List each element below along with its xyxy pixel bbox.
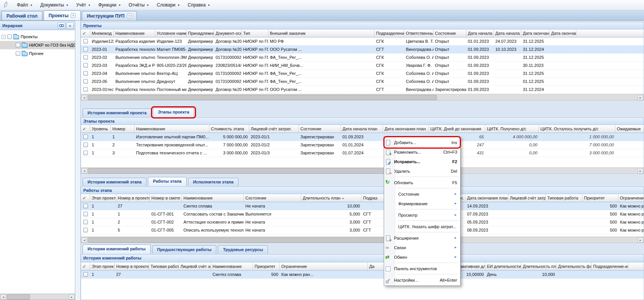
row-checkbox[interactable] [83,272,88,277]
column-header-13[interactable]: Ожидаемые [615,125,644,133]
column-header-12[interactable]: Длительность пла [521,263,556,270]
column-header-7[interactable]: Состояние [299,125,341,133]
stages-horizontal-scrollbar[interactable]: ◄ ► [81,167,644,174]
column-header-8[interactable]: Дата начала план [341,125,383,133]
row-checkbox[interactable] [83,212,88,216]
window-tab-1[interactable]: Рабочий стол [2,11,42,20]
context-menu-item-6[interactable]: ОбновитьF5 [385,178,459,187]
column-header-2[interactable]: Этап проекта [90,263,115,270]
column-header-5[interactable]: Наименование [182,194,244,202]
work-subtab-3[interactable]: Трудовые ресурсы [218,245,268,254]
column-header-11[interactable]: Лицевой счёт затр [508,194,546,202]
context-menu-item-17[interactable]: Обмен► [385,252,459,262]
scroll-right-icon[interactable]: ► [638,237,643,243]
column-header-6[interactable]: Лицевой счёт затрат. [249,125,299,133]
tree-checkbox[interactable] [16,43,20,47]
context-menu-item-13[interactable]: ЦИТК. Указать шифр затрат... [385,222,459,231]
tree-expand-toggle[interactable]: − [2,35,6,39]
tree-item-2[interactable]: НИОКР по ГОЗ без НДС [0,41,75,49]
scroll-thumb[interactable] [88,95,437,100]
works-horizontal-scrollbar[interactable]: ◄ ► [81,237,644,243]
menubar-item-4[interactable]: Функции▼ [94,1,125,9]
column-header-4[interactable]: Условное наименова [155,29,187,37]
work-row-3[interactable]: 1201-СГТ-002Аттестация основного и приме… [81,218,644,226]
column-header-8[interactable]: Внешний заказчик [268,29,375,37]
context-menu-item-11[interactable]: Просмотр► [385,210,459,220]
context-menu-item-1[interactable]: Добавить...Ins [385,138,459,147]
stage-subtab-1[interactable]: История изменений этапа [83,178,146,186]
column-header-12[interactable]: Типовая работа [546,194,582,202]
row-checkbox[interactable] [83,63,88,68]
column-header-10[interactable]: Дата окончания план [466,194,508,202]
column-header-5[interactable]: Стоимость этапа [209,125,249,133]
row-checkbox[interactable] [83,79,88,84]
stage-subtab-3[interactable]: Исполнители этапа [188,178,238,186]
column-header-1[interactable]: ✓ [81,29,90,37]
menubar-item-6[interactable]: Словари▼ [153,1,184,9]
column-header-12[interactable]: ЦИТК. Осталось получить д/с [539,125,615,133]
scroll-left-icon[interactable]: ◄ [81,237,87,243]
row-checkbox[interactable] [83,47,88,52]
column-header-6[interactable]: Состояние [244,194,301,202]
column-header-13[interactable]: Длительность фак [556,263,592,270]
menubar-item-2[interactable]: Документы▼ [36,1,72,9]
scroll-left-icon[interactable]: ◄ [0,294,6,300]
tab-close-icon[interactable]: ✕ [71,13,76,18]
column-header-3[interactable]: Номер в проекте [116,194,150,202]
menubar-item-1[interactable]: Файл▼ [13,1,36,9]
search-binoculars-button[interactable] [58,22,65,29]
window-tab-3[interactable]: Инструкции ПУП✕ [82,11,136,20]
context-menu-item-2[interactable]: Размножить...Ctrl+F3 [385,147,459,157]
context-menu-item-16[interactable]: Связи► [385,243,459,252]
stage-row-1[interactable]: 11Изготовление опытной партии ПМ0...5 00… [81,133,644,141]
history-row-1[interactable]: 127Синтез сплава500Как можно ран...10,00… [81,271,644,279]
project-row-7[interactable]: 2023-01тестРазработка технологии и...Пос… [81,86,644,94]
column-header-12[interactable]: Дата начала план. [466,29,494,37]
row-checkbox[interactable] [83,143,88,147]
tab-close-icon[interactable]: ✕ [127,13,132,18]
scroll-left-icon[interactable]: ◄ [81,95,87,100]
column-header-1[interactable]: ✓ [81,125,90,133]
projects-horizontal-scrollbar[interactable]: ◄ ► [81,94,644,100]
window-tab-2[interactable]: Проекты✕ [44,10,81,20]
scroll-thumb[interactable] [7,294,30,300]
work-subtab-2[interactable]: Предшествующие работы [152,245,216,254]
column-header-3[interactable]: Наименование [114,29,155,37]
column-header-9[interactable]: Дата окончания план [383,125,429,133]
column-header-1[interactable]: ✓ [81,194,90,202]
column-header-16[interactable] [576,29,644,37]
tree-checkbox[interactable] [16,51,20,56]
row-checkbox[interactable] [83,228,88,232]
column-header-2[interactable]: Этап проекта [90,194,116,202]
column-header-5[interactable]: Принадлежность [187,29,214,37]
stage-subtab-2[interactable]: Работы этапа [148,177,187,186]
column-header-10[interactable]: ЦИТК. Дней до окончания [429,125,485,133]
project-subtab-2[interactable]: Этапы проекта [153,108,194,117]
context-menu-item-9[interactable]: Формирование► [385,199,459,208]
row-checkbox[interactable] [83,151,88,155]
panel-splitter[interactable] [75,21,81,300]
column-header-14[interactable]: Подразделение-ис [592,263,628,270]
column-header-9[interactable]: Подразделение-от [375,29,404,37]
project-subtab-1[interactable]: История изменений проекта [83,109,151,117]
project-row-4[interactable]: 2023-03Разработка ЭКД и РКД н...905-U020… [81,62,644,70]
scroll-right-icon[interactable]: ► [638,95,643,100]
column-header-8[interactable]: Ограничение [280,263,368,270]
menubar-item-7[interactable]: Справка▼ [184,1,214,9]
work-subtab-1[interactable]: История изменений работы [83,245,151,254]
column-header-15[interactable] [628,263,644,270]
tree-item-1[interactable]: −Проекты [0,32,75,41]
column-header-11[interactable]: Состояние [433,29,466,37]
work-row-2[interactable]: 1101-СГТ-001Согласовать состав с Заказчи… [81,210,644,218]
stage-row-3[interactable]: 13Подготовка технического отчета с ...3 … [81,149,644,157]
column-header-4[interactable]: Наименование [135,125,209,133]
column-header-10[interactable]: Ответственный [404,29,433,37]
column-header-3[interactable]: Номер [111,125,135,133]
context-menu-item-4[interactable]: УдалитьDel [385,166,459,176]
work-row-1[interactable]: 127Синтез сплаваНе начата10,00014.09.202… [81,202,644,210]
work-row-4[interactable]: 1501-СГТ-005Описать используемую техноло… [81,226,644,234]
row-checkbox[interactable] [83,71,88,76]
collapse-panel-button[interactable]: « [66,22,74,29]
column-header-5[interactable]: Лицевой счёт затр [179,263,211,270]
scroll-right-icon[interactable]: ► [69,294,75,300]
